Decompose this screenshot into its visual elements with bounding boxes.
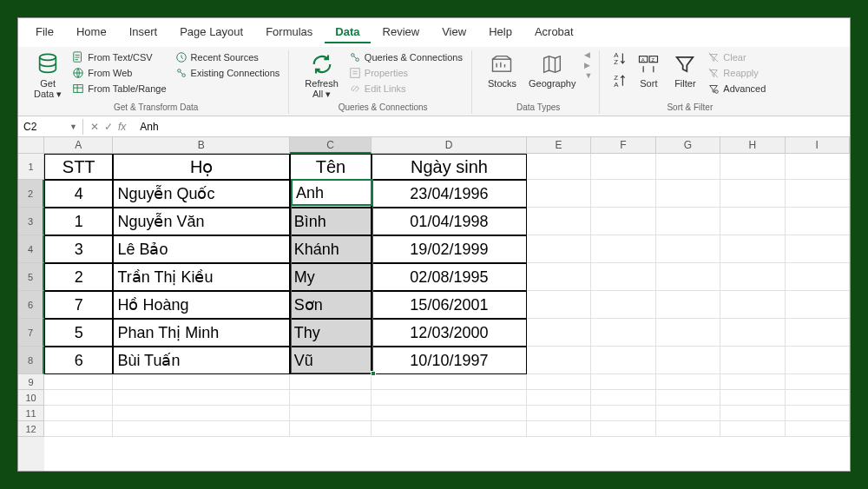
cell-A5[interactable]: 2 bbox=[44, 263, 113, 291]
cell-A8[interactable]: 6 bbox=[44, 347, 113, 374]
cell-A6[interactable]: 7 bbox=[44, 291, 113, 319]
stocks-button[interactable]: Stocks bbox=[484, 50, 520, 90]
cell-E2[interactable] bbox=[527, 180, 591, 208]
cell-E1[interactable] bbox=[527, 154, 591, 180]
row-header-11[interactable]: 11 bbox=[18, 406, 44, 421]
cell-H11[interactable] bbox=[720, 406, 785, 421]
cell-B8[interactable]: Bùi Tuấn bbox=[113, 347, 289, 374]
cell-A4[interactable]: 3 bbox=[44, 235, 113, 263]
cell-B11[interactable] bbox=[113, 406, 289, 421]
cell-B7[interactable]: Phan Thị Minh bbox=[113, 319, 289, 347]
cell-I11[interactable] bbox=[786, 406, 850, 421]
cell-G9[interactable] bbox=[656, 374, 720, 390]
row-header-6[interactable]: 6 bbox=[18, 291, 44, 319]
cell-E8[interactable] bbox=[527, 347, 591, 374]
cell-A9[interactable] bbox=[44, 374, 113, 390]
cell-E6[interactable] bbox=[527, 291, 591, 319]
cell-C1[interactable]: Tên bbox=[290, 154, 372, 180]
row-header-5[interactable]: 5 bbox=[18, 263, 44, 291]
cell-E4[interactable] bbox=[527, 235, 591, 263]
cell-H12[interactable] bbox=[720, 421, 785, 437]
cell-C3[interactable]: Bình bbox=[290, 208, 372, 235]
cell-E12[interactable] bbox=[527, 421, 591, 437]
cell-H9[interactable] bbox=[720, 374, 785, 390]
menu-acrobat[interactable]: Acrobat bbox=[524, 22, 584, 43]
cell-H10[interactable] bbox=[720, 390, 785, 406]
cell-I2[interactable] bbox=[786, 180, 850, 208]
cell-E11[interactable] bbox=[527, 406, 591, 421]
cell-G6[interactable] bbox=[656, 291, 720, 319]
cell-I8[interactable] bbox=[786, 347, 850, 374]
chevron-down-icon[interactable]: ▼ bbox=[584, 71, 592, 80]
sort-desc-button[interactable]: ZA bbox=[612, 73, 628, 90]
cell-D1[interactable]: Ngày sinh bbox=[372, 154, 527, 180]
col-header-G[interactable]: G bbox=[656, 137, 720, 154]
cell-D2[interactable]: 23/04/1996 bbox=[372, 180, 527, 208]
cell-F8[interactable] bbox=[591, 347, 655, 374]
cell-G10[interactable] bbox=[656, 390, 720, 406]
cell-C4[interactable]: Khánh bbox=[290, 235, 372, 263]
menu-data[interactable]: Data bbox=[325, 22, 370, 43]
col-header-B[interactable]: B bbox=[113, 137, 289, 154]
chevron-left-icon[interactable]: ◀ bbox=[584, 50, 592, 59]
cell-B5[interactable]: Trần Thị Kiều bbox=[113, 263, 289, 291]
confirm-icon[interactable]: ✓ bbox=[104, 121, 113, 133]
cell-C5[interactable]: My bbox=[290, 263, 372, 291]
cell-I12[interactable] bbox=[786, 421, 850, 437]
cell-G4[interactable] bbox=[656, 235, 720, 263]
cell-D5[interactable]: 02/08/1995 bbox=[372, 263, 527, 291]
row-header-4[interactable]: 4 bbox=[18, 235, 44, 263]
cell-F9[interactable] bbox=[591, 374, 655, 390]
cell-B3[interactable]: Nguyễn Văn bbox=[113, 208, 289, 235]
cell-H4[interactable] bbox=[720, 235, 785, 263]
cell-D4[interactable]: 19/02/1999 bbox=[372, 235, 527, 263]
chevron-right-icon[interactable]: ▶ bbox=[584, 61, 592, 69]
menu-page-layout[interactable]: Page Layout bbox=[169, 22, 253, 43]
cell-G12[interactable] bbox=[656, 421, 720, 437]
from-table-range-button[interactable]: From Table/Range bbox=[70, 82, 168, 96]
cell-G8[interactable] bbox=[656, 347, 720, 374]
row-header-3[interactable]: 3 bbox=[18, 208, 44, 235]
menu-file[interactable]: File bbox=[25, 22, 64, 43]
cell-I10[interactable] bbox=[786, 390, 850, 406]
row-header-9[interactable]: 9 bbox=[18, 374, 44, 390]
cell-C2[interactable]: Anh bbox=[290, 180, 372, 208]
cell-D9[interactable] bbox=[372, 374, 527, 390]
cell-F10[interactable] bbox=[591, 390, 655, 406]
cell-G3[interactable] bbox=[656, 208, 720, 235]
cell-A12[interactable] bbox=[44, 421, 113, 437]
cell-G11[interactable] bbox=[656, 406, 720, 421]
cell-A2[interactable]: 4 bbox=[44, 180, 113, 208]
cell-F6[interactable] bbox=[591, 291, 655, 319]
cell-A3[interactable]: 1 bbox=[44, 208, 113, 235]
cell-H8[interactable] bbox=[720, 347, 785, 374]
row-header-12[interactable]: 12 bbox=[18, 421, 44, 437]
cell-D12[interactable] bbox=[372, 421, 527, 437]
spreadsheet-grid[interactable]: ABCDEFGHI 123456789101112 STTHọTênNgày s… bbox=[18, 137, 850, 471]
cell-F3[interactable] bbox=[591, 208, 655, 235]
cell-C10[interactable] bbox=[290, 390, 372, 406]
formula-input[interactable] bbox=[133, 119, 850, 135]
cell-D6[interactable]: 15/06/2001 bbox=[372, 291, 527, 319]
cell-B2[interactable]: Nguyễn Quốc bbox=[113, 180, 289, 208]
menu-home[interactable]: Home bbox=[66, 22, 117, 43]
cell-H6[interactable] bbox=[720, 291, 785, 319]
cell-F2[interactable] bbox=[591, 180, 655, 208]
cell-I6[interactable] bbox=[786, 291, 850, 319]
advanced-button[interactable]: Advanced bbox=[706, 82, 767, 96]
cell-B6[interactable]: Hồ Hoàng bbox=[113, 291, 289, 319]
cancel-icon[interactable]: ✕ bbox=[90, 121, 99, 133]
cell-B4[interactable]: Lê Bảo bbox=[113, 235, 289, 263]
cell-C9[interactable] bbox=[290, 374, 372, 390]
cell-F11[interactable] bbox=[591, 406, 655, 421]
row-header-7[interactable]: 7 bbox=[18, 319, 44, 347]
cell-F7[interactable] bbox=[591, 319, 655, 347]
cell-H1[interactable] bbox=[720, 154, 785, 180]
cell-D7[interactable]: 12/03/2000 bbox=[372, 319, 527, 347]
cell-G7[interactable] bbox=[656, 319, 720, 347]
chevron-down-icon[interactable]: ▼ bbox=[69, 122, 77, 131]
menu-help[interactable]: Help bbox=[478, 22, 523, 43]
cell-I7[interactable] bbox=[786, 319, 850, 347]
col-header-F[interactable]: F bbox=[591, 137, 655, 154]
cell-B9[interactable] bbox=[113, 374, 289, 390]
